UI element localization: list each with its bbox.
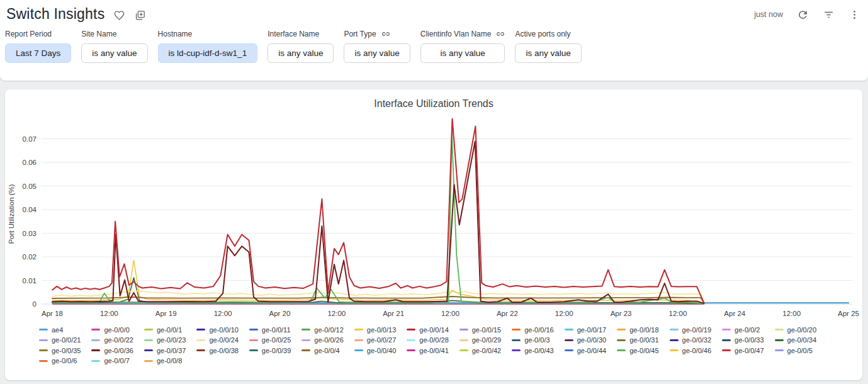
legend-item-ge-0-0-3[interactable]: ge-0/0/3: [512, 336, 564, 346]
legend-item-ge-0-0-4[interactable]: ge-0/0/4: [302, 346, 354, 356]
legend-item-ge-0-0-8[interactable]: ge-0/0/8: [144, 356, 196, 366]
legend-item-ge-0-0-14[interactable]: ge-0/0/14: [407, 325, 459, 335]
legend-item-ge-0-0-26[interactable]: ge-0/0/26: [302, 336, 354, 346]
legend-label: ge-0/0/38: [209, 347, 238, 354]
legend-label: ge-0/0/14: [419, 326, 448, 334]
legend-item-ge-0-0-24[interactable]: ge-0/0/24: [196, 336, 249, 346]
filter-label-port-type: Port Type: [344, 29, 410, 39]
legend-item-ge-0-0-30[interactable]: ge-0/0/30: [565, 336, 617, 346]
filter-label-text: Active ports only: [515, 30, 570, 38]
legend-label: ge-0/0/6: [52, 357, 77, 364]
legend-item-ge-0-0-29[interactable]: ge-0/0/29: [459, 336, 512, 346]
legend-swatch: [196, 329, 205, 330]
legend-swatch: [407, 329, 415, 330]
legend-item-ge-0-0-38[interactable]: ge-0/0/38: [196, 346, 249, 356]
legend-item-ge-0-0-39[interactable]: ge-0/0/39: [249, 346, 302, 356]
legend-item-ge-0-0-16[interactable]: ge-0/0/16: [512, 325, 564, 335]
legend-item-ge-0-0-37[interactable]: ge-0/0/37: [144, 346, 196, 356]
legend-swatch: [459, 349, 468, 351]
legend-label: ge-0/0/17: [577, 326, 606, 334]
legend-item-ge-0-0-2[interactable]: ge-0/0/2: [722, 325, 774, 335]
legend-item-ge-0-0-33[interactable]: ge-0/0/33: [722, 336, 774, 346]
legend-label: ge-0/0/28: [419, 336, 448, 344]
legend-item-ae4[interactable]: ae4: [39, 325, 91, 335]
legend-swatch: [565, 339, 573, 341]
link-icon: [496, 30, 505, 38]
header-row: Switch Insights just now: [0, 0, 868, 24]
legend-item-ge-0-0-32[interactable]: ge-0/0/32: [670, 336, 722, 346]
legend-item-ge-0-0-19[interactable]: ge-0/0/19: [670, 325, 722, 335]
filter-chip-site-name[interactable]: is any value: [81, 43, 147, 63]
legend-swatch: [512, 339, 521, 341]
legend-label: ge-0/0/16: [524, 326, 553, 334]
legend-label: ge-0/0/2: [735, 326, 760, 334]
x-tick-label: 12:00: [555, 310, 573, 317]
legend-swatch: [249, 329, 258, 330]
legend-item-ge-0-0-47[interactable]: ge-0/0/47: [722, 346, 774, 356]
legend-item-ge-0-0-6[interactable]: ge-0/0/6: [39, 356, 91, 366]
filter-interface-name: Interface Nameis any value: [268, 29, 334, 63]
legend-item-ge-0-0-44[interactable]: ge-0/0/44: [565, 346, 617, 356]
legend-item-ge-0-0-12[interactable]: ge-0/0/12: [302, 325, 354, 335]
filter-chip-hostname[interactable]: is ld-cup-idf-d-sw1_1: [158, 43, 258, 63]
legend-label: ge-0/0/33: [735, 336, 764, 344]
legend-label: ge-0/0/12: [314, 326, 343, 334]
legend-label: ge-0/0/15: [472, 326, 501, 334]
legend-item-ge-0-0-25[interactable]: ge-0/0/25: [249, 336, 302, 346]
legend-item-ge-0-0-22[interactable]: ge-0/0/22: [91, 336, 144, 346]
legend-item-ge-0-0-28[interactable]: ge-0/0/28: [407, 336, 459, 346]
legend-item-ge-0-0-11[interactable]: ge-0/0/11: [249, 325, 302, 335]
filter-chip-active-ports-only[interactable]: is any value: [515, 43, 581, 63]
legend-label: ge-0/0/11: [262, 326, 291, 334]
more-vert-icon[interactable]: [848, 9, 860, 21]
page-title: Switch Insights: [6, 6, 104, 23]
legend-swatch: [39, 329, 48, 330]
legend-item-ge-0-0-46[interactable]: ge-0/0/46: [670, 346, 722, 356]
legend-item-ge-0-0-18[interactable]: ge-0/0/18: [617, 325, 669, 335]
legend-swatch: [39, 349, 48, 351]
legend-item-ge-0-0-1[interactable]: ge-0/0/1: [144, 325, 196, 335]
filter-chip-report-period[interactable]: Last 7 Days: [5, 43, 71, 63]
legend-item-ge-0-0-27[interactable]: ge-0/0/27: [354, 336, 407, 346]
utilization-chart[interactable]: 00.010.020.030.040.050.060.07Apr 1812:00…: [5, 113, 862, 325]
legend-item-ge-0-0-23[interactable]: ge-0/0/23: [144, 336, 196, 346]
filter-chip-clientinfo-vlan-name[interactable]: is any value: [420, 43, 505, 63]
legend-item-ge-0-0-43[interactable]: ge-0/0/43: [512, 346, 564, 356]
filter-label-text: Interface Name: [268, 30, 319, 38]
legend-item-ge-0-0-34[interactable]: ge-0/0/34: [775, 336, 827, 346]
copy-dashboard-icon[interactable]: [134, 9, 146, 21]
legend-item-ge-0-0-13[interactable]: ge-0/0/13: [354, 325, 407, 335]
y-axis-title: Port Utilization (%): [8, 184, 15, 244]
legend-item-ge-0-0-5[interactable]: ge-0/0/5: [775, 346, 827, 356]
legend-swatch: [775, 329, 784, 330]
favorite-icon[interactable]: [113, 9, 125, 21]
legend-item-ge-0-0-0[interactable]: ge-0/0/0: [91, 325, 144, 335]
x-tick-label: 12:00: [100, 310, 118, 317]
refresh-icon[interactable]: [797, 9, 809, 21]
legend-item-ge-0-0-42[interactable]: ge-0/0/42: [459, 346, 512, 356]
legend-item-ge-0-0-45[interactable]: ge-0/0/45: [617, 346, 669, 356]
filter-label-clientinfo-vlan-name: Clientinfo Vlan Name: [420, 29, 505, 39]
legend-item-ge-0-0-10[interactable]: ge-0/0/10: [196, 325, 249, 335]
legend-item-ge-0-0-36[interactable]: ge-0/0/36: [91, 346, 144, 356]
legend-label: ge-0/0/1: [157, 326, 182, 334]
filter-list-icon[interactable]: [823, 9, 835, 21]
filter-chip-port-type[interactable]: is any value: [344, 43, 410, 63]
legend-item-ge-0-0-21[interactable]: ge-0/0/21: [39, 336, 91, 346]
legend-item-ge-0-0-20[interactable]: ge-0/0/20: [775, 325, 827, 335]
legend-label: ge-0/0/43: [524, 347, 553, 354]
legend-swatch: [91, 329, 100, 330]
legend-swatch: [722, 339, 731, 341]
legend-label: ge-0/0/22: [104, 336, 133, 344]
filter-label-site-name: Site Name: [81, 29, 147, 39]
legend-item-ge-0-0-15[interactable]: ge-0/0/15: [459, 325, 512, 335]
filter-chip-interface-name[interactable]: is any value: [268, 43, 334, 63]
legend-swatch: [565, 329, 573, 330]
legend-item-ge-0-0-41[interactable]: ge-0/0/41: [407, 346, 459, 356]
legend-item-ge-0-0-7[interactable]: ge-0/0/7: [91, 356, 144, 366]
legend-swatch: [670, 339, 679, 341]
legend-item-ge-0-0-31[interactable]: ge-0/0/31: [617, 336, 669, 346]
legend-item-ge-0-0-40[interactable]: ge-0/0/40: [354, 346, 407, 356]
legend-item-ge-0-0-17[interactable]: ge-0/0/17: [565, 325, 617, 335]
legend-item-ge-0-0-35[interactable]: ge-0/0/35: [39, 346, 91, 356]
